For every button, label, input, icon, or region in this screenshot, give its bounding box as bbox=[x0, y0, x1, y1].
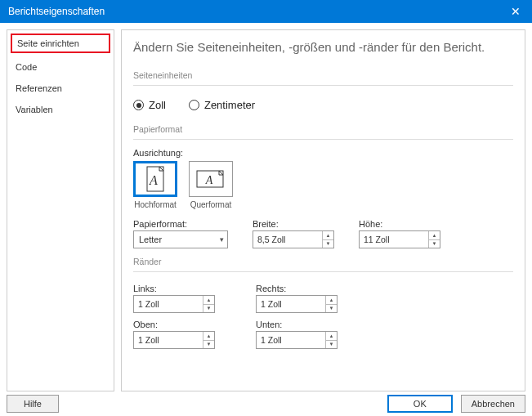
margin-bottom-label: Unten: bbox=[256, 320, 378, 329]
svg-text:A: A bbox=[149, 173, 158, 187]
sidebar-item-references[interactable]: Referenzen bbox=[7, 78, 114, 99]
group-paper-label: Papierformat bbox=[133, 124, 513, 134]
landscape-icon: A bbox=[195, 168, 226, 190]
margin-top-value: 1 Zoll bbox=[134, 332, 203, 348]
group-margins-label: Ränder bbox=[133, 257, 513, 266]
margin-left-label: Links: bbox=[133, 284, 256, 293]
cancel-button-label: Abbrechen bbox=[472, 399, 515, 409]
margin-right-label: Rechts: bbox=[256, 284, 378, 293]
spinner-up-icon[interactable]: ▲ bbox=[429, 231, 440, 240]
svg-text:A: A bbox=[205, 174, 213, 186]
page-heading: Ändern Sie Seiteneinheiten, -größen und … bbox=[133, 40, 513, 54]
spinner-up-icon[interactable]: ▲ bbox=[326, 332, 337, 341]
help-button[interactable]: Hilfe bbox=[7, 395, 59, 413]
spinner-up-icon[interactable]: ▲ bbox=[203, 332, 214, 341]
help-button-label: Hilfe bbox=[24, 399, 42, 409]
width-value: 8,5 Zoll bbox=[253, 231, 322, 248]
sidebar-item-page-setup[interactable]: Seite einrichten bbox=[11, 34, 110, 53]
margin-bottom-spinner[interactable]: 1 Zoll ▲▼ bbox=[256, 331, 338, 349]
spinner-up-icon[interactable]: ▲ bbox=[323, 231, 333, 240]
chevron-down-icon: ▾ bbox=[220, 235, 224, 244]
spinner-down-icon[interactable]: ▼ bbox=[429, 240, 440, 248]
ok-button-label: OK bbox=[414, 399, 427, 409]
footer: Hilfe OK Abbrechen bbox=[0, 391, 532, 416]
margin-top-label: Oben: bbox=[133, 320, 256, 329]
titlebar: Berichtseigenschaften ✕ bbox=[0, 0, 532, 23]
spinner-down-icon[interactable]: ▼ bbox=[323, 240, 333, 248]
width-label: Breite: bbox=[253, 219, 334, 229]
height-value: 11 Zoll bbox=[360, 231, 428, 248]
sidebar-item-label: Code bbox=[16, 62, 37, 72]
spinner-down-icon[interactable]: ▼ bbox=[326, 341, 337, 349]
ok-button[interactable]: OK bbox=[387, 395, 453, 413]
orientation-landscape[interactable]: A bbox=[189, 161, 233, 197]
height-spinner[interactable]: 11 Zoll ▲▼ bbox=[359, 230, 440, 248]
margin-top-spinner[interactable]: 1 Zoll ▲▼ bbox=[133, 331, 215, 349]
spinner-down-icon[interactable]: ▼ bbox=[326, 305, 337, 313]
sidebar-item-label: Seite einrichten bbox=[17, 38, 79, 48]
content-panel: Ändern Sie Seiteneinheiten, -größen und … bbox=[121, 29, 525, 391]
group-units-label: Seiteneinheiten bbox=[133, 70, 513, 80]
portrait-icon: A bbox=[143, 165, 168, 193]
orientation-portrait[interactable]: A bbox=[133, 161, 177, 197]
margin-right-value: 1 Zoll bbox=[257, 296, 325, 312]
sidebar-item-code[interactable]: Code bbox=[7, 56, 114, 78]
margin-left-spinner[interactable]: 1 Zoll ▲▼ bbox=[133, 295, 215, 313]
window-title: Berichtseigenschaften bbox=[8, 6, 105, 17]
spinner-up-icon[interactable]: ▲ bbox=[326, 296, 337, 305]
cancel-button[interactable]: Abbrechen bbox=[461, 395, 525, 413]
radio-cm[interactable]: Zentimeter bbox=[189, 99, 255, 111]
landscape-caption: Querformat bbox=[190, 200, 232, 209]
paper-size-select[interactable]: Letter ▾ bbox=[133, 230, 228, 248]
radio-icon bbox=[189, 100, 199, 110]
radio-inch[interactable]: Zoll bbox=[133, 99, 166, 111]
height-label: Höhe: bbox=[359, 219, 440, 229]
paper-size-value: Letter bbox=[139, 235, 162, 244]
close-icon: ✕ bbox=[511, 5, 521, 18]
spinner-down-icon[interactable]: ▼ bbox=[203, 305, 214, 313]
radio-inch-label: Zoll bbox=[149, 99, 166, 111]
sidebar-item-label: Referenzen bbox=[16, 83, 62, 93]
paper-size-label: Papierformat: bbox=[133, 219, 228, 229]
sidebar-item-label: Variablen bbox=[16, 105, 53, 114]
margin-left-value: 1 Zoll bbox=[134, 296, 203, 312]
close-button[interactable]: ✕ bbox=[499, 0, 532, 23]
margin-right-spinner[interactable]: 1 Zoll ▲▼ bbox=[256, 295, 338, 313]
width-spinner[interactable]: 8,5 Zoll ▲▼ bbox=[253, 230, 334, 248]
radio-icon bbox=[133, 100, 144, 110]
spinner-down-icon[interactable]: ▼ bbox=[203, 341, 214, 349]
spinner-up-icon[interactable]: ▲ bbox=[203, 296, 214, 305]
radio-cm-label: Zentimeter bbox=[204, 99, 255, 111]
sidebar-item-variables[interactable]: Variablen bbox=[7, 99, 114, 120]
portrait-caption: Hochformat bbox=[134, 200, 177, 209]
margin-bottom-value: 1 Zoll bbox=[257, 332, 325, 348]
sidebar: Seite einrichten Code Referenzen Variabl… bbox=[7, 29, 114, 391]
orientation-label: Ausrichtung: bbox=[133, 148, 513, 158]
